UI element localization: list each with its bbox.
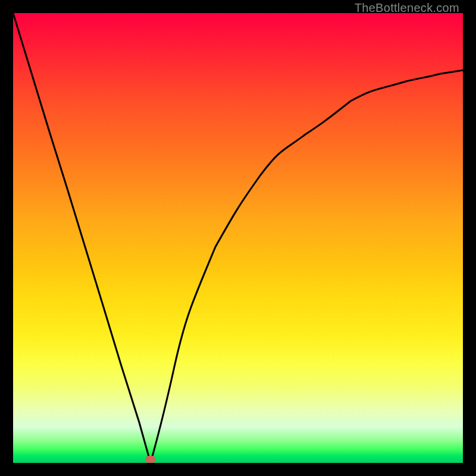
chart-frame: TheBottleneck.com	[0, 0, 476, 476]
watermark-text: TheBottleneck.com	[355, 1, 459, 15]
curve-layer	[13, 13, 463, 463]
min-marker	[145, 456, 156, 463]
bottleneck-curve	[13, 13, 463, 463]
